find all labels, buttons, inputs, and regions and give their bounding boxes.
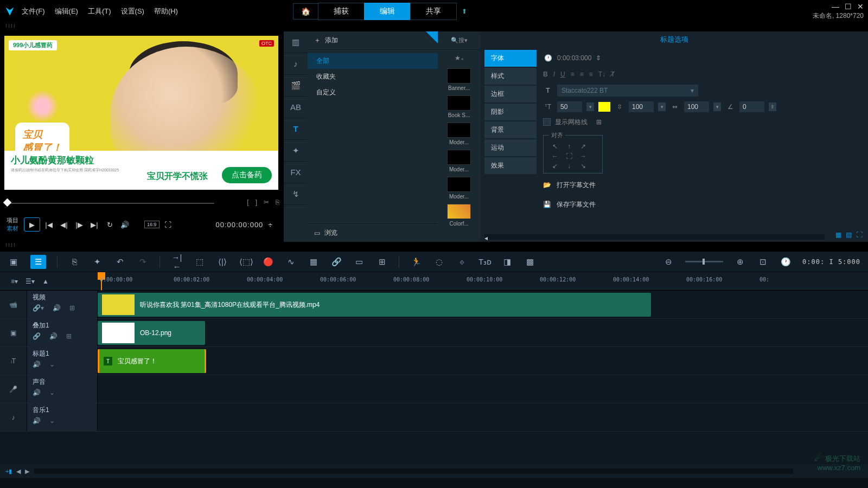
thumb-modern1[interactable]: Moder...	[438, 120, 480, 147]
align-tc[interactable]: ↑	[563, 143, 575, 150]
font-size-input[interactable]: 50	[557, 101, 582, 112]
vis-icon[interactable]: ⊞	[66, 332, 72, 340]
zoom-out-icon[interactable]: ⊖	[662, 257, 674, 267]
menu-tools[interactable]: 工具(T)	[88, 7, 111, 16]
zoom-in-icon[interactable]: ⊕	[734, 257, 746, 267]
tb-timeline-icon[interactable]: ☰	[30, 255, 46, 269]
mute-icon[interactable]: 🔊	[49, 332, 58, 340]
tb-3dtitle-icon[interactable]: T₃ᴅ	[478, 257, 490, 267]
tb-split-icon[interactable]: ⟨|⟩	[216, 257, 228, 267]
expand-icon[interactable]: ⌄	[49, 417, 55, 425]
close-icon[interactable]: ✕	[857, 2, 864, 11]
thumb-book[interactable]: Book S...	[438, 93, 480, 120]
ptab-effects[interactable]: 效果	[484, 157, 537, 174]
tb-link-icon[interactable]: 🔗	[330, 257, 342, 267]
props-view2-icon[interactable]: ▤	[846, 231, 852, 239]
scroll-left-icon[interactable]: ◀	[16, 468, 21, 475]
menu-settings[interactable]: 设置(S)	[121, 7, 144, 16]
clip-title-text[interactable]: T 宝贝感冒了！	[98, 349, 206, 373]
align-left-icon[interactable]: ≡	[571, 70, 575, 78]
library-search[interactable]: 🔍 搜 ▾	[438, 31, 480, 50]
kerning-input[interactable]: 100	[684, 101, 709, 112]
mute-icon[interactable]: 🔊	[33, 389, 41, 396]
libtab-fx-icon[interactable]: FX	[284, 162, 308, 183]
font-family-select[interactable]: Staccato222 BT▾	[557, 85, 698, 97]
vis-icon[interactable]: ⊞	[69, 304, 75, 312]
tb-snapshot-icon[interactable]: ▦	[308, 257, 320, 267]
tracklist-menu-icon[interactable]: ≡▾	[11, 278, 18, 285]
maximize-icon[interactable]: ☐	[845, 2, 852, 11]
libtab-transition-icon[interactable]: AB	[284, 97, 308, 118]
mute-icon[interactable]: 🔊	[33, 361, 41, 368]
align-bl[interactable]: ↙	[549, 162, 561, 170]
tb-storyboard-icon[interactable]: ▣	[8, 257, 20, 267]
libtab-path-icon[interactable]: ↯	[284, 183, 308, 205]
goto-start-icon[interactable]: |◀	[42, 218, 55, 231]
scroll-add-icon[interactable]: +▮	[5, 468, 12, 475]
align-br[interactable]: ↘	[577, 162, 589, 170]
props-view1-icon[interactable]: ▦	[835, 231, 841, 239]
pin-icon[interactable]	[426, 31, 438, 43]
track-music-icon[interactable]: ♪	[0, 403, 27, 431]
minimize-icon[interactable]: —	[832, 2, 839, 11]
fullscreen-icon[interactable]: ⛶	[162, 218, 175, 231]
lh-dd[interactable]: ▾	[658, 102, 666, 111]
tb-stabilize-icon[interactable]: ⟐	[456, 257, 468, 266]
ptab-style[interactable]: 样式	[484, 68, 537, 85]
library-add-header[interactable]: ＋添加	[308, 31, 438, 50]
upload-icon[interactable]: ⬆	[462, 8, 467, 15]
tb-grid-icon[interactable]: ⊞	[376, 257, 388, 267]
italic-icon[interactable]: I	[553, 70, 555, 78]
library-browse[interactable]: ▭浏览	[308, 223, 438, 242]
mark-out-icon[interactable]: ]	[256, 198, 257, 206]
tab-home[interactable]: 🏠	[293, 3, 318, 20]
thumb-modern2[interactable]: Moder...	[438, 147, 480, 175]
clip-video-main[interactable]: 听说你喜欢我 第01集_高清1080P在线观看平台_腾讯视频.mp4	[98, 293, 651, 317]
expand-icon[interactable]: ⌄	[49, 361, 55, 368]
libtab-video-icon[interactable]: 🎬	[284, 75, 308, 97]
font-color-swatch[interactable]	[598, 102, 610, 112]
snapshot-icon[interactable]: ⎘	[276, 198, 279, 206]
tb-redo-icon[interactable]: ↷	[137, 257, 149, 267]
link-icon[interactable]: 🔗▾	[33, 304, 44, 312]
link-icon[interactable]: 🔗	[33, 332, 41, 340]
menu-help[interactable]: 帮助(H)	[154, 7, 178, 16]
library-favorite-icon[interactable]: ★₊	[438, 50, 480, 66]
props-expand-icon[interactable]: ⛶	[856, 231, 863, 239]
tab-capture[interactable]: 捕获	[318, 3, 365, 20]
libtab-audio-icon[interactable]: ♪	[284, 53, 308, 75]
tab-edit[interactable]: 编辑	[364, 3, 411, 20]
track-overlay-icon[interactable]: ▣	[0, 319, 27, 346]
tb-track-icon[interactable]: ◌	[433, 257, 445, 267]
ptab-background[interactable]: 背景	[484, 121, 537, 138]
timeline-timecode[interactable]: 0:00: I 5:000	[802, 258, 860, 266]
lib-item-all[interactable]: 全部	[308, 53, 438, 69]
timeline-ruler[interactable]: 0:00:00:00 00:00:02:00 00:00:04:00 00:00…	[98, 272, 868, 290]
size-dd[interactable]: ▾	[586, 102, 594, 111]
grid-icon[interactable]: ⊞	[596, 118, 602, 126]
save-subtitle-button[interactable]: 💾保存字幕文件	[543, 196, 857, 213]
tracklist-add-icon[interactable]: ☰▾	[25, 278, 35, 285]
kern-dd[interactable]: ▾	[713, 102, 721, 111]
preview-scrubber[interactable]: [ ] ✂ ⎘	[4, 192, 279, 214]
thumb-colorful[interactable]: Colorf...	[438, 202, 480, 229]
vertical-text-icon[interactable]: T↓	[598, 70, 605, 78]
zoom-slider[interactable]	[685, 261, 723, 262]
tb-undo-icon[interactable]: ↶	[114, 257, 126, 267]
volume-icon[interactable]: 🔊	[118, 218, 131, 231]
next-frame-icon[interactable]: |▶	[73, 218, 86, 231]
track-title-icon[interactable]: ᵢT	[0, 347, 27, 375]
rot-dd[interactable]: ⇕	[769, 102, 776, 111]
align-tl[interactable]: ↖	[549, 143, 561, 150]
scrub-playhead-icon[interactable]	[3, 198, 12, 207]
lib-item-custom[interactable]: 自定义	[308, 85, 438, 100]
tb-crop-icon[interactable]: ⬚	[194, 257, 206, 267]
align-tr[interactable]: ↗	[577, 143, 589, 150]
tb-chapter-icon[interactable]: ▭	[353, 257, 365, 267]
mute-icon[interactable]: 🔊	[33, 417, 41, 425]
tb-tools-icon[interactable]: ✦	[91, 257, 103, 267]
align-mr[interactable]: →	[577, 152, 589, 160]
mark-in-icon[interactable]: [	[247, 198, 248, 206]
thumb-modern3[interactable]: Moder...	[438, 175, 480, 202]
scroll-track[interactable]	[34, 468, 793, 474]
